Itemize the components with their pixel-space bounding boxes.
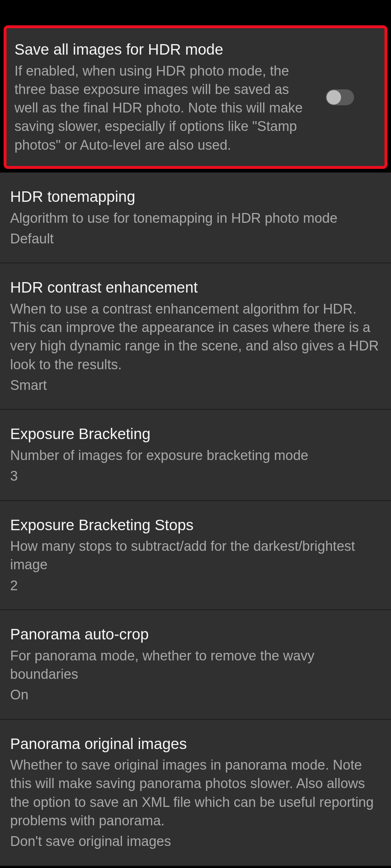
setting-value: Don't save original images (10, 832, 381, 851)
setting-text: HDR contrast enhancement When to use a c… (10, 278, 381, 395)
setting-text: Exposure Bracketing Stops How many stops… (10, 515, 381, 595)
setting-text: Panorama auto-crop For panorama mode, wh… (10, 625, 381, 704)
setting-value: On (10, 686, 381, 704)
setting-save-all-hdr-images[interactable]: Save all images for HDR mode If enabled,… (4, 25, 387, 169)
setting-value: 3 (10, 467, 381, 485)
setting-text: HDR tonemapping Algorithm to use for ton… (10, 187, 381, 248)
setting-description: When to use a contrast enhancement algor… (10, 300, 381, 374)
setting-panorama-auto-crop[interactable]: Panorama auto-crop For panorama mode, wh… (0, 610, 391, 719)
setting-description: Number of images for exposure bracketing… (10, 446, 381, 465)
setting-value: Smart (10, 376, 381, 395)
setting-title: Exposure Bracketing Stops (10, 515, 381, 535)
setting-title: HDR contrast enhancement (10, 278, 381, 298)
setting-description: If enabled, when using HDR photo mode, t… (14, 62, 311, 154)
toggle-knob (327, 90, 341, 105)
setting-text: Save all images for HDR mode If enabled,… (14, 40, 311, 154)
setting-text: Panorama original images Whether to save… (10, 734, 381, 851)
settings-list: Save all images for HDR mode If enabled,… (0, 22, 391, 866)
setting-exposure-bracketing-stops[interactable]: Exposure Bracketing Stops How many stops… (0, 501, 391, 610)
setting-value: 2 (10, 576, 381, 595)
setting-value: Default (10, 230, 381, 248)
setting-description: Algorithm to use for tonemapping in HDR … (10, 209, 381, 227)
setting-title: Panorama auto-crop (10, 625, 381, 644)
setting-title: HDR tonemapping (10, 187, 381, 207)
setting-description: For panorama mode, whether to remove the… (10, 647, 381, 684)
setting-description: Whether to save original images in panor… (10, 756, 381, 830)
status-bar (0, 0, 391, 22)
toggle-switch[interactable] (326, 89, 354, 105)
setting-hdr-tonemapping[interactable]: HDR tonemapping Algorithm to use for ton… (0, 173, 391, 263)
setting-panorama-original-images[interactable]: Panorama original images Whether to save… (0, 720, 391, 866)
setting-exposure-bracketing[interactable]: Exposure Bracketing Number of images for… (0, 410, 391, 501)
setting-description: How many stops to subtract/add for the d… (10, 537, 381, 574)
setting-hdr-contrast-enhancement[interactable]: HDR contrast enhancement When to use a c… (0, 263, 391, 410)
setting-title: Panorama original images (10, 734, 381, 754)
setting-title: Save all images for HDR mode (14, 40, 311, 60)
setting-text: Exposure Bracketing Number of images for… (10, 424, 381, 485)
setting-title: Exposure Bracketing (10, 424, 381, 444)
